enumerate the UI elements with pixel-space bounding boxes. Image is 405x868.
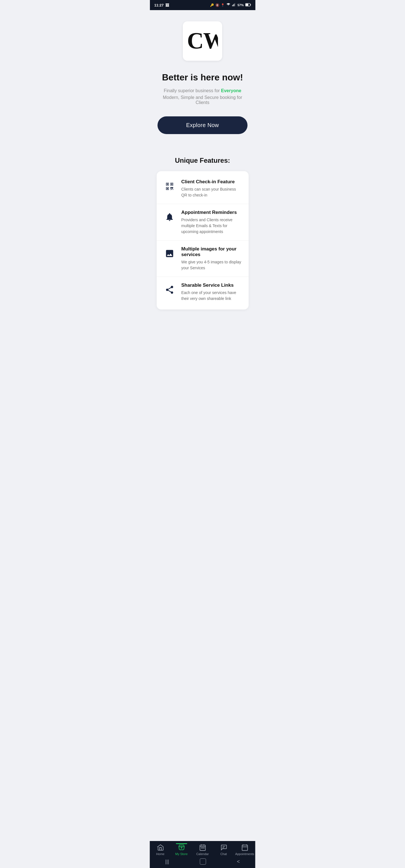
- appointments-icon: [241, 844, 248, 851]
- bottom-nav: Home My Store: [150, 841, 255, 868]
- nav-label-store: My Store: [175, 852, 187, 856]
- feature-images: Multiple images for your services We giv…: [157, 241, 249, 277]
- feature-links-title: Sharable Service Links: [181, 282, 242, 288]
- location-icon: 📍: [221, 3, 225, 7]
- svg-rect-1: [233, 4, 234, 6]
- chat-icon: [220, 844, 227, 851]
- svg-rect-3: [235, 3, 235, 6]
- nav-item-store[interactable]: My Store: [171, 844, 192, 856]
- main-content: CW Better is here now! Finally superior …: [150, 10, 255, 332]
- nav-label-chat: Chat: [220, 852, 227, 856]
- share-icon: [164, 284, 176, 296]
- feature-checkin-desc: Clients can scan your Business QR to che…: [181, 186, 242, 198]
- signal-icon: [232, 3, 236, 7]
- highlight-everyone: Everyone: [221, 88, 241, 93]
- image-icon: [164, 247, 176, 260]
- svg-rect-19: [242, 845, 248, 850]
- feature-images-title: Multiple images for your services: [181, 246, 242, 257]
- home-gesture-icon: [200, 859, 206, 865]
- gallery-icon: 🖼: [165, 3, 169, 7]
- nav-item-appointments[interactable]: Appointments: [234, 844, 255, 856]
- hero-subtitle-line2: Modern, Simple and Secure booking for Cl…: [157, 95, 249, 105]
- nav-label-calendar: Calendar: [196, 852, 209, 856]
- svg-rect-14: [201, 847, 202, 848]
- status-left: 11:27 🖼: [154, 3, 169, 7]
- nav-label-home: Home: [156, 852, 164, 856]
- hero-section: CW Better is here now! Finally superior …: [150, 10, 255, 157]
- time-display: 11:27: [154, 3, 164, 7]
- hero-subtitle-line1: Finally superior business for Everyone: [157, 87, 249, 94]
- logo-text: CW: [187, 27, 218, 55]
- qr-code-icon: [164, 180, 176, 192]
- status-bar: 11:27 🖼 🔑 🔇 📍 57%: [150, 0, 255, 10]
- feature-images-desc: We give you 4-5 images to display your S…: [181, 259, 242, 271]
- home-icon: [157, 844, 164, 851]
- nav-tabs: Home My Store: [150, 841, 255, 857]
- mute-icon: 🔇: [215, 3, 220, 7]
- features-card: Client Check-in Feature Clients can scan…: [157, 171, 249, 309]
- features-heading: Unique Features:: [154, 157, 251, 164]
- svg-rect-16: [203, 847, 204, 848]
- svg-rect-15: [202, 847, 203, 848]
- svg-rect-2: [234, 4, 235, 6]
- status-right: 🔑 🔇 📍 57%: [210, 3, 251, 8]
- feature-links-desc: Each one of your services have their ver…: [181, 290, 242, 302]
- svg-rect-0: [232, 5, 233, 6]
- feature-checkin: Client Check-in Feature Clients can scan…: [157, 174, 249, 204]
- nav-item-home[interactable]: Home: [150, 844, 171, 856]
- svg-point-9: [182, 850, 182, 850]
- battery-icon: [245, 3, 251, 7]
- svg-rect-5: [250, 4, 251, 6]
- feature-reminders-text: Appointment Reminders Providers and Clie…: [181, 210, 242, 235]
- feature-reminders-title: Appointment Reminders: [181, 210, 242, 215]
- battery-display: 57%: [237, 3, 243, 7]
- feature-links-text: Sharable Service Links Each one of your …: [181, 282, 242, 302]
- calendar-icon: [199, 844, 206, 851]
- hero-subtitle: Finally superior business for Everyone M…: [157, 87, 249, 105]
- features-section: Unique Features: Client Check-in Feature…: [150, 157, 255, 309]
- logo-container: CW: [183, 21, 222, 61]
- back-gesture-icon: <: [237, 859, 240, 864]
- store-icon: [178, 844, 185, 851]
- nav-label-appointments: Appointments: [235, 852, 254, 856]
- bell-icon: [164, 211, 176, 223]
- hero-heading: Better is here now!: [162, 72, 243, 83]
- nav-item-chat[interactable]: Chat: [213, 844, 234, 856]
- feature-checkin-title: Client Check-in Feature: [181, 179, 242, 185]
- feature-images-text: Multiple images for your services We giv…: [181, 246, 242, 271]
- feature-reminders: Appointment Reminders Providers and Clie…: [157, 204, 249, 241]
- explore-now-button[interactable]: Explore Now: [157, 116, 248, 134]
- svg-point-8: [180, 850, 181, 850]
- feature-checkin-text: Client Check-in Feature Clients can scan…: [181, 179, 242, 198]
- svg-text:CW: CW: [187, 28, 218, 53]
- nav-item-calendar[interactable]: Calendar: [192, 844, 213, 856]
- feature-reminders-desc: Providers and Clients receive multiple E…: [181, 217, 242, 235]
- back-stack-icon: |||: [165, 859, 169, 864]
- key-icon: 🔑: [210, 3, 214, 7]
- wifi-icon: [226, 3, 231, 8]
- svg-rect-6: [245, 4, 248, 6]
- system-bar: ||| <: [150, 857, 255, 868]
- feature-links: Sharable Service Links Each one of your …: [157, 277, 249, 307]
